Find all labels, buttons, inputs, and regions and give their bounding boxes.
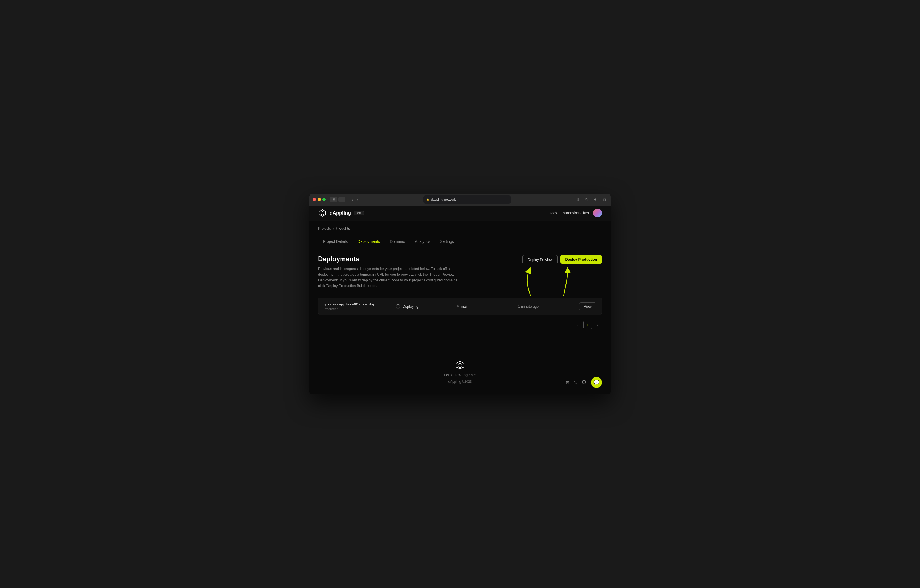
pagination: ‹ 1 ›: [318, 321, 602, 329]
logo-text: dAppling: [330, 210, 351, 216]
lock-icon: 🔒: [426, 198, 429, 201]
footer-wrapper: Let's Grow Together dAppling ©2023 ⊟ 𝕏 💬: [309, 349, 611, 394]
traffic-light-red[interactable]: [313, 198, 316, 201]
top-navbar: dAppling Beta Docs namaskar-1f650: [309, 205, 611, 221]
pagination-page-1[interactable]: 1: [583, 321, 592, 329]
view-deployment-button[interactable]: View: [579, 302, 596, 310]
github-icon[interactable]: [581, 380, 586, 385]
download-icon[interactable]: ⬇: [575, 196, 581, 203]
chevron-down-icon[interactable]: ⌄: [339, 197, 345, 202]
deployment-row: ginger-apple-e00shxw.dappling.network ..…: [318, 298, 602, 315]
traffic-light-green[interactable]: [322, 198, 326, 201]
deployments-table: ginger-apple-e00shxw.dappling.network ..…: [318, 297, 602, 315]
branch-name: main: [461, 304, 468, 309]
tab-domains[interactable]: Domains: [385, 236, 410, 247]
url-text: dappling.network: [431, 198, 456, 202]
svg-marker-1: [321, 211, 324, 215]
app-content: dAppling Beta Docs namaskar-1f650 Projec…: [309, 205, 611, 394]
footer-social: ⊟ 𝕏 💬: [566, 377, 602, 388]
chat-button[interactable]: 💬: [591, 377, 602, 388]
deploy-time-col: 1 minute ago: [518, 304, 574, 309]
address-bar-container: 🔒 dappling.network: [362, 195, 572, 204]
user-area[interactable]: namaskar-1f650: [563, 208, 602, 217]
footer: Let's Grow Together dAppling ©2023: [309, 349, 611, 394]
page-header: Deployments Previous and in-progress dep…: [318, 255, 602, 289]
back-btn[interactable]: ‹: [350, 197, 355, 202]
breadcrumb-current: thoughts: [337, 226, 350, 231]
twitter-icon[interactable]: 𝕏: [574, 380, 577, 385]
annotation-arrows: [514, 266, 585, 299]
page-description: Previous and in-progress deployments for…: [318, 266, 466, 289]
deploy-production-button[interactable]: Deploy Production: [560, 255, 602, 263]
pagination-prev[interactable]: ‹: [573, 321, 582, 329]
footer-copyright: dAppling ©2023: [448, 380, 472, 383]
tabs-icon[interactable]: ⧉: [601, 196, 607, 203]
deploy-url: ginger-apple-e00shxw.dappling.network ..…: [324, 302, 379, 306]
status-spinner: [396, 304, 400, 309]
pagination-next[interactable]: ›: [593, 321, 602, 329]
logo-area: dAppling Beta: [318, 208, 364, 217]
docs-link[interactable]: Docs: [549, 211, 557, 215]
page-title: Deployments: [318, 255, 466, 263]
dappling-logo-icon: [318, 208, 327, 217]
deploy-url-col: ginger-apple-e00shxw.dappling.network ..…: [324, 302, 390, 310]
svg-marker-5: [458, 363, 462, 368]
breadcrumb-separator: /: [333, 226, 334, 231]
titlebar-right: ⬇ ⎙ + ⧉: [575, 196, 607, 203]
traffic-light-yellow[interactable]: [317, 198, 321, 201]
footer-logo-icon: [455, 360, 465, 370]
deploy-preview-button[interactable]: Deploy Preview: [522, 255, 557, 264]
deploy-status-text: Deploying: [402, 304, 418, 309]
page-header-left: Deployments Previous and in-progress dep…: [318, 255, 466, 289]
tab-nav: Project Details Deployments Domains Anal…: [318, 236, 602, 247]
breadcrumb-projects[interactable]: Projects: [318, 226, 331, 231]
username-text: namaskar-1f650: [563, 211, 590, 215]
page-header-right: Deploy Preview Deploy Production: [522, 255, 602, 264]
share-icon[interactable]: ⎙: [583, 196, 590, 203]
traffic-lights: [313, 198, 326, 201]
window-controls: ⊞ ⌄: [330, 197, 345, 202]
mac-titlebar: ⊞ ⌄ ‹ › 🔒 dappling.network ⬇ ⎙ + ⧉: [309, 194, 611, 205]
sidebar-toggle-btn[interactable]: ⊞: [330, 197, 337, 202]
deploy-status-col: Deploying: [396, 304, 452, 309]
tab-settings[interactable]: Settings: [435, 236, 459, 247]
address-bar[interactable]: 🔒 dappling.network: [423, 195, 511, 204]
tab-analytics[interactable]: Analytics: [410, 236, 435, 247]
deploy-branch-col: ⑂ main: [457, 304, 513, 309]
forward-btn[interactable]: ›: [355, 197, 360, 202]
footer-tagline: Let's Grow Together: [444, 373, 476, 377]
footer-logo: Let's Grow Together dAppling ©2023: [318, 360, 602, 383]
tab-deployments[interactable]: Deployments: [353, 236, 385, 247]
main-area: Projects / thoughts Project Details Depl…: [309, 221, 611, 338]
branch-icon: ⑂: [457, 304, 459, 309]
avatar: [593, 208, 602, 217]
breadcrumb: Projects / thoughts: [318, 226, 602, 231]
tab-project-details[interactable]: Project Details: [318, 236, 353, 247]
nav-arrows: ‹ ›: [350, 197, 360, 202]
bookmark-icon[interactable]: ⊟: [566, 380, 569, 385]
beta-badge: Beta: [354, 211, 364, 215]
deploy-type: Production: [324, 307, 390, 310]
navbar-right: Docs namaskar-1f650: [549, 208, 602, 217]
add-tab-icon[interactable]: +: [592, 196, 599, 203]
mac-window: ⊞ ⌄ ‹ › 🔒 dappling.network ⬇ ⎙ + ⧉: [309, 194, 611, 394]
deploy-action-col: View: [579, 302, 596, 310]
